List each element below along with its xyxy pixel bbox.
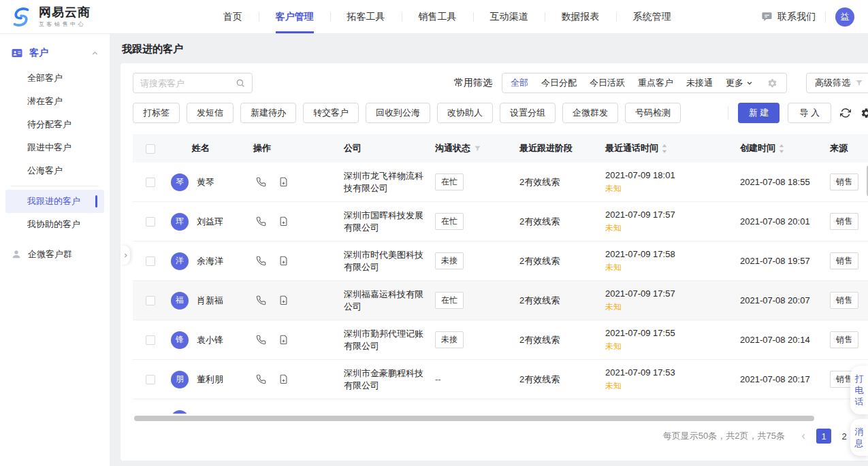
make-call-button[interactable]: 打电话 xyxy=(850,366,868,414)
advanced-filter-button[interactable]: 高级筛选 xyxy=(806,73,868,93)
contact-us-button[interactable]: 联系我们 xyxy=(761,11,816,23)
add-note-button[interactable] xyxy=(278,334,289,346)
horizontal-scrollbar[interactable] xyxy=(134,416,814,421)
table-row-3[interactable]: 福肖新福 深圳福嘉运科技有限公司 在忙 2有效线索 2021-07-09 17:… xyxy=(133,281,868,320)
call-button[interactable] xyxy=(255,255,267,267)
source-tag: 销售 xyxy=(830,173,858,190)
quick-filter-4[interactable]: 未接通 xyxy=(686,77,713,89)
add-note-button[interactable] xyxy=(278,216,289,227)
add-note-button[interactable] xyxy=(278,295,289,306)
row-checkbox[interactable] xyxy=(146,335,155,345)
nav-item-5[interactable]: 数据报表 xyxy=(545,0,616,33)
nav-item-3[interactable]: 销售工具 xyxy=(402,0,473,33)
call-button[interactable] xyxy=(255,216,267,227)
column-header-3[interactable]: 沟通状态 xyxy=(424,142,504,154)
add-note-button[interactable] xyxy=(278,255,289,267)
call-button[interactable] xyxy=(255,295,267,306)
sidebar-item-5[interactable]: 我跟进的客户 xyxy=(5,190,104,213)
action-button-3[interactable]: 转交客户 xyxy=(303,103,359,123)
call-result: 未知 xyxy=(605,183,722,195)
select-all-checkbox[interactable] xyxy=(146,144,155,154)
action-button-5[interactable]: 改协助人 xyxy=(437,103,493,123)
row-checkbox[interactable] xyxy=(146,296,155,305)
chat-bubble-icon xyxy=(761,11,773,22)
customer-name: 董利朋 xyxy=(197,373,223,386)
table-row-5[interactable]: 朋董利朋 深圳市金豪鹏程科技有限公司 -- 2有效线索 2021-07-09 1… xyxy=(133,360,868,399)
action-button-6[interactable]: 设置分组 xyxy=(500,103,556,123)
prev-page-icon[interactable] xyxy=(796,429,811,444)
status-tag: 在忙 xyxy=(435,292,464,309)
quick-filter-3[interactable]: 重点客户 xyxy=(638,77,673,89)
quick-filter-gear-button[interactable] xyxy=(766,77,778,89)
refresh-icon[interactable] xyxy=(839,107,852,119)
content-card: 常用筛选 全部今日分配今日活跃重点客户未接通更多 高级筛选 打标签发短信新建待办… xyxy=(120,63,868,461)
row-checkbox[interactable] xyxy=(146,217,155,227)
column-header-7: 来源 xyxy=(818,142,868,154)
user-avatar[interactable]: 益 xyxy=(835,7,854,27)
action-button-4[interactable]: 回收到公海 xyxy=(366,103,430,123)
add-note-button[interactable] xyxy=(278,413,289,414)
message-button[interactable]: 消息 xyxy=(850,419,868,456)
action-button-1[interactable]: 发短信 xyxy=(187,103,234,123)
call-button[interactable] xyxy=(255,334,267,346)
action-button-8[interactable]: 号码检测 xyxy=(625,103,681,123)
quick-filter-5[interactable]: 更多 xyxy=(726,77,753,89)
search-icon[interactable] xyxy=(236,78,245,88)
row-checkbox[interactable] xyxy=(146,256,155,266)
chevron-up-icon xyxy=(91,50,99,57)
toolbar-divider xyxy=(728,106,728,120)
sidebar-item-3[interactable]: 跟进中客户 xyxy=(5,136,104,159)
call-button[interactable] xyxy=(255,413,267,414)
search-box xyxy=(133,73,253,93)
table-row-4[interactable]: 锋袁小锋 深圳市勤邦代理记账有限公司 未接 2有效线索 2021-07-09 1… xyxy=(133,320,868,360)
nav-item-0[interactable]: 首页 xyxy=(207,0,259,33)
nav-item-2[interactable]: 拓客工具 xyxy=(331,0,402,33)
sidebar-item-wework-groups[interactable]: 企微客户群 xyxy=(0,243,110,266)
nav-item-6[interactable]: 系统管理 xyxy=(617,0,688,33)
sidebar-item-1[interactable]: 潜在客户 xyxy=(5,90,104,113)
quick-filter-0[interactable]: 全部 xyxy=(511,77,528,89)
topbar-right: 联系我们 益 xyxy=(761,7,868,27)
sidebar-item-6[interactable]: 我协助的客户 xyxy=(5,213,104,236)
avatar: 锋 xyxy=(171,331,189,349)
customer-name: 刘益珲 xyxy=(197,216,223,228)
table-row-0[interactable]: 琴黄琴 深圳市龙飞祥物流科技有限公司 在忙 2有效线索 2021-07-09 1… xyxy=(133,163,868,202)
search-input[interactable] xyxy=(140,78,231,88)
nav-item-4[interactable]: 互动渠道 xyxy=(474,0,545,33)
column-header-5[interactable]: 最近通话时间 xyxy=(593,142,722,154)
follow-up-stage: 2有效线索 xyxy=(504,295,593,307)
sidebar-item-4[interactable]: 公海客户 xyxy=(5,159,104,182)
follow-up-stage: 2有效线索 xyxy=(504,216,593,228)
import-button[interactable]: 导 入 xyxy=(788,103,831,123)
sidebar-collapse-handle[interactable] xyxy=(120,246,130,265)
row-checkbox[interactable] xyxy=(146,178,155,187)
funnel-icon xyxy=(855,79,863,87)
add-note-button[interactable] xyxy=(278,176,289,188)
sidebar-item-0[interactable]: 全部客户 xyxy=(5,67,104,90)
add-note-button[interactable] xyxy=(278,373,289,385)
column-header-6[interactable]: 创建时间 xyxy=(722,142,818,154)
table-row-6[interactable]: 深圳市凯荣亚科技 2021-07-09 17:52 xyxy=(133,399,868,414)
avatar xyxy=(171,410,189,414)
last-call-time: 2021-07-09 17:53 xyxy=(605,367,722,378)
action-button-0[interactable]: 打标签 xyxy=(133,103,180,123)
quick-filter-1[interactable]: 今日分配 xyxy=(541,77,577,89)
action-button-7[interactable]: 企微群发 xyxy=(562,103,618,123)
page-numbers: 12 xyxy=(816,429,852,444)
column-settings-gear-icon[interactable] xyxy=(860,107,868,119)
row-checkbox[interactable] xyxy=(146,375,155,384)
table-row-2[interactable]: 洋余海洋 深圳市时代美图科技有限公司 未接 2有效线索 2021-07-09 1… xyxy=(133,242,868,281)
new-button[interactable]: 新 建 xyxy=(738,103,780,123)
call-button[interactable] xyxy=(255,373,267,385)
action-button-2[interactable]: 新建待办 xyxy=(240,103,296,123)
page-number-1[interactable]: 1 xyxy=(816,429,831,444)
sidebar-section-customers[interactable]: 客户 xyxy=(0,39,110,67)
call-button[interactable] xyxy=(255,176,267,188)
sidebar-item-2[interactable]: 待分配客户 xyxy=(5,113,104,136)
app-root: 网易云商 互客销售中心 首页客户管理拓客工具销售工具互动渠道数据报表系统管理 联… xyxy=(0,0,868,466)
quick-filter-2[interactable]: 今日活跃 xyxy=(590,77,625,89)
page-number-2[interactable]: 2 xyxy=(837,429,852,444)
table-row-1[interactable]: 珲刘益珲 深圳市国晖科技发展有限公司 在忙 2有效线索 2021-07-09 1… xyxy=(133,202,868,242)
source-tag: 销售 xyxy=(830,252,858,269)
nav-item-1[interactable]: 客户管理 xyxy=(259,0,330,33)
